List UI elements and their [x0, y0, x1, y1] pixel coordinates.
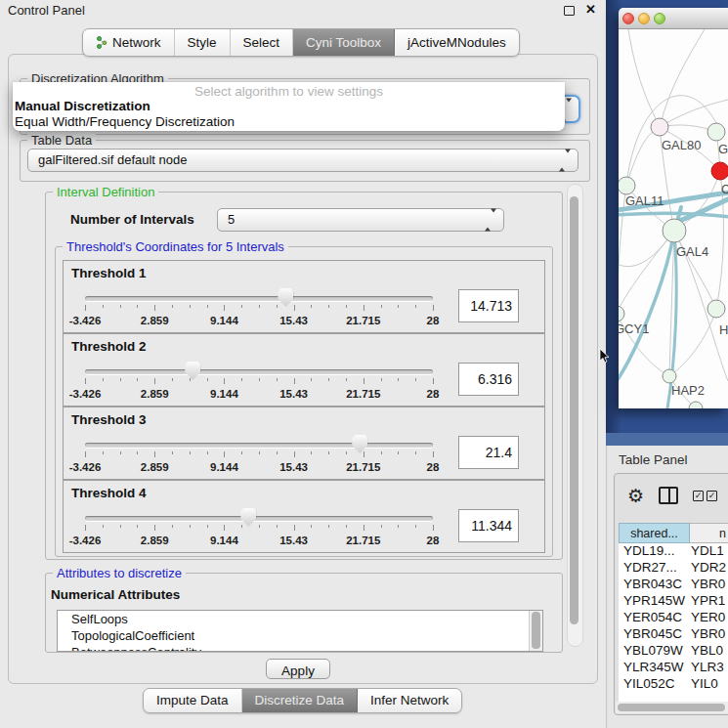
gear-icon[interactable]: ⚙: [627, 487, 644, 505]
table-horizontal-scrollbar[interactable]: [616, 702, 728, 713]
node-label: GAL11: [625, 193, 664, 208]
threshold-value-field[interactable]: 11.344: [458, 509, 519, 542]
tab-style[interactable]: Style: [175, 29, 231, 56]
threshold-slider[interactable]: -3.4262.8599.14415.4321.71528: [85, 506, 433, 547]
checkbox-icon[interactable]: ✓: [707, 491, 717, 501]
network-node[interactable]: [689, 402, 703, 408]
tab-discretize-data[interactable]: Discretize Data: [242, 689, 359, 712]
threshold-value-field[interactable]: 14.713: [458, 289, 519, 322]
table-row[interactable]: YPR145WYPR1: [619, 593, 728, 610]
cell-shared-name[interactable]: YDR27...: [619, 560, 689, 577]
tab-select[interactable]: Select: [231, 29, 294, 56]
node-label: GAL4: [676, 244, 708, 259]
tab-label: jActiveMNodules: [407, 29, 506, 56]
cell-name[interactable]: YBL0: [689, 643, 723, 660]
slider-track[interactable]: [85, 516, 433, 521]
table-row[interactable]: YIL052CYIL0: [619, 676, 728, 693]
table-row[interactable]: YDL19...YDL1: [619, 543, 728, 560]
checkbox-icon[interactable]: ✓: [693, 491, 704, 501]
threshold-slider[interactable]: -3.4262.8599.14415.4321.71528: [85, 360, 433, 401]
tab-infer-network[interactable]: Infer Network: [358, 689, 461, 712]
slider-track[interactable]: [85, 296, 433, 301]
network-node-ga[interactable]: [707, 123, 725, 141]
table-row[interactable]: YLR345WYLR3: [619, 660, 728, 676]
network-node-gcy1[interactable]: [619, 306, 624, 321]
window-minimize-icon[interactable]: [638, 13, 650, 24]
cell-shared-name[interactable]: YLR345W: [619, 660, 689, 676]
table-row[interactable]: YBR045CYBR0: [619, 626, 728, 643]
attribute-item[interactable]: SelfLoops: [58, 611, 542, 627]
mouse-cursor: [599, 349, 610, 364]
attribute-item[interactable]: TopologicalCoefficient: [58, 627, 542, 644]
threshold-slider[interactable]: -3.4262.8599.14415.4321.71528: [85, 433, 433, 474]
combo-stepper-icon: [559, 153, 571, 168]
algorithm-option[interactable]: Manual Discretization: [13, 99, 565, 114]
panel-scrollbar-thumb[interactable]: [570, 196, 578, 624]
network-node-c[interactable]: [711, 162, 728, 180]
threshold-slider[interactable]: -3.4262.8599.14415.4321.71528: [85, 286, 433, 327]
cell-shared-name[interactable]: YER054C: [619, 610, 689, 626]
cell-name[interactable]: YDR2: [689, 560, 726, 577]
close-icon[interactable]: ✕: [585, 2, 596, 17]
algorithm-option[interactable]: Equal Width/Frequency Discretization: [13, 114, 565, 130]
cell-name[interactable]: YER0: [689, 610, 725, 626]
threshold-label: Threshold 3: [71, 412, 147, 427]
number-of-intervals-combobox[interactable]: 5: [217, 208, 504, 232]
threshold-value-field[interactable]: 6.316: [458, 363, 519, 396]
cell-name[interactable]: YPR1: [689, 593, 725, 610]
cell-name[interactable]: YBR0: [689, 626, 725, 643]
cell-name[interactable]: YBR0: [689, 577, 725, 593]
attribute-item[interactable]: BetweennessCentrality: [58, 644, 542, 652]
network-node-gal80[interactable]: [651, 118, 668, 136]
table-row[interactable]: YBR043CYBR0: [619, 577, 728, 593]
tab-network[interactable]: Network: [83, 29, 175, 56]
table-data-combobox[interactable]: galFiltered.sif default node: [27, 149, 578, 172]
column-header[interactable]: shared...: [619, 523, 690, 543]
cell-name[interactable]: YLR3: [689, 660, 724, 676]
cell-shared-name[interactable]: YPR145W: [619, 593, 689, 610]
table-body: YDL19...YDL1YDR27...YDR2YBR043CYBR0YPR14…: [619, 543, 728, 702]
panel-title: Control Panel: [8, 3, 85, 18]
window-zoom-icon[interactable]: [654, 13, 665, 24]
slider-track[interactable]: [85, 369, 433, 374]
threshold-box: Threshold 4-3.4262.8599.14415.4321.71528…: [63, 480, 545, 553]
cell-shared-name[interactable]: YBR043C: [619, 577, 689, 593]
float-window-icon[interactable]: [564, 6, 575, 16]
network-window-titlebar[interactable]: [619, 8, 728, 29]
cell-name[interactable]: YIL0: [689, 676, 718, 693]
window-close-icon[interactable]: [622, 13, 634, 24]
table-panel: Table Panel ⚙ ✓ ✓ shared...n YDL19...YDL…: [608, 446, 728, 728]
slider-track[interactable]: [85, 443, 433, 448]
network-node-h[interactable]: [707, 300, 725, 318]
tab-label: Select: [243, 29, 280, 56]
network-node-hap2[interactable]: [663, 369, 676, 383]
tab-jactivemnodules[interactable]: jActiveMNodules: [395, 29, 519, 56]
tab-label: Cyni Toolbox: [306, 29, 381, 56]
cell-shared-name[interactable]: YIL052C: [619, 676, 689, 693]
cell-shared-name[interactable]: YDL19...: [619, 543, 689, 560]
table-data-group-title: Table Data: [27, 133, 96, 148]
threshold-value-field[interactable]: 21.4: [458, 436, 519, 469]
numerical-attributes-list[interactable]: SelfLoopsTopologicalCoefficientBetweenne…: [57, 610, 543, 652]
network-window[interactable]: GAL80GACGAL11GAL4GCY1HHAP2: [619, 8, 728, 408]
table-row[interactable]: YBL079WYBL0: [619, 643, 728, 660]
cell-shared-name[interactable]: YBR045C: [619, 626, 689, 643]
tab-impute-data[interactable]: Impute Data: [144, 689, 242, 712]
network-canvas[interactable]: GAL80GACGAL11GAL4GCY1HHAP2: [619, 29, 728, 408]
column-header[interactable]: n: [690, 523, 728, 543]
panel-scrollbar[interactable]: [567, 184, 583, 647]
slider-tick-labels: -3.4262.8599.14415.4321.71528: [85, 535, 433, 546]
network-node-gal4[interactable]: [663, 219, 686, 242]
threshold-label: Threshold 1: [71, 266, 147, 280]
cell-name[interactable]: YDL1: [689, 543, 724, 560]
top-tab-bar: NetworkStyleSelectCyni ToolboxjActiveMNo…: [82, 28, 520, 57]
table-row[interactable]: YDR27...YDR2: [619, 560, 728, 577]
attributes-scrollbar[interactable]: [529, 611, 542, 651]
tab-cyni-toolbox[interactable]: Cyni Toolbox: [293, 29, 395, 56]
table-row[interactable]: YER054CYER0: [619, 610, 728, 626]
split-pane-icon[interactable]: [659, 487, 678, 504]
apply-button[interactable]: Apply: [266, 659, 330, 679]
network-node-gal11[interactable]: [619, 177, 635, 194]
cell-shared-name[interactable]: YBL079W: [619, 643, 689, 660]
control-panel-titlebar: Control Panel ✕: [0, 0, 606, 21]
